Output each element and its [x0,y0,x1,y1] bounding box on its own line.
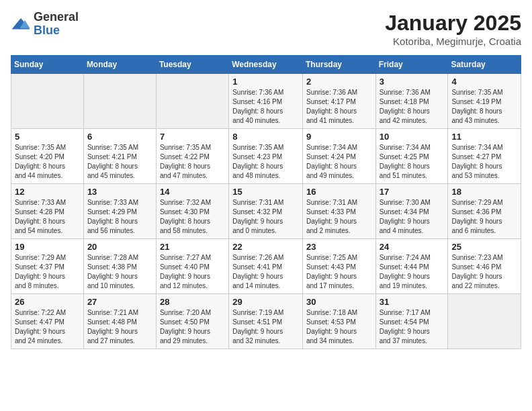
calendar-cell: 29Sunrise: 7:19 AM Sunset: 4:51 PM Dayli… [229,294,303,349]
day-info: Sunrise: 7:35 AM Sunset: 4:21 PM Dayligh… [87,143,152,181]
day-info: Sunrise: 7:29 AM Sunset: 4:37 PM Dayligh… [15,253,80,291]
day-info: Sunrise: 7:34 AM Sunset: 4:27 PM Dayligh… [451,143,517,181]
calendar-cell [156,74,228,129]
calendar-body: 1Sunrise: 7:36 AM Sunset: 4:16 PM Daylig… [11,74,521,349]
day-info: Sunrise: 7:29 AM Sunset: 4:36 PM Dayligh… [451,198,517,236]
calendar-table: SundayMondayTuesdayWednesdayThursdayFrid… [11,55,521,349]
calendar-cell: 25Sunrise: 7:23 AM Sunset: 4:46 PM Dayli… [448,239,521,294]
page-header: General Blue January 2025 Kotoriba, Megi… [11,11,521,47]
day-info: Sunrise: 7:25 AM Sunset: 4:43 PM Dayligh… [306,253,372,291]
day-number: 6 [87,132,152,142]
day-info: Sunrise: 7:19 AM Sunset: 4:51 PM Dayligh… [232,308,299,346]
day-info: Sunrise: 7:23 AM Sunset: 4:46 PM Dayligh… [451,253,517,291]
calendar-cell [11,74,84,129]
logo: General Blue [11,11,79,38]
week-row-2: 5Sunrise: 7:35 AM Sunset: 4:20 PM Daylig… [11,129,521,184]
day-number: 29 [232,297,299,307]
header-saturday: Saturday [448,56,521,74]
calendar-cell: 1Sunrise: 7:36 AM Sunset: 4:16 PM Daylig… [229,74,303,129]
calendar-cell: 17Sunrise: 7:30 AM Sunset: 4:34 PM Dayli… [375,184,448,239]
calendar-cell: 16Sunrise: 7:31 AM Sunset: 4:33 PM Dayli… [302,184,375,239]
header-friday: Friday [375,56,448,74]
title-block: January 2025 Kotoriba, Megimurje, Croati… [385,11,521,47]
calendar-cell: 28Sunrise: 7:20 AM Sunset: 4:50 PM Dayli… [156,294,228,349]
calendar-cell: 8Sunrise: 7:35 AM Sunset: 4:23 PM Daylig… [229,129,303,184]
calendar-cell: 2Sunrise: 7:36 AM Sunset: 4:17 PM Daylig… [302,74,375,129]
logo-icon [11,14,31,34]
day-info: Sunrise: 7:34 AM Sunset: 4:25 PM Dayligh… [380,143,445,181]
day-number: 7 [160,132,225,142]
day-number: 8 [232,132,299,142]
day-number: 30 [306,297,372,307]
day-number: 23 [306,242,372,252]
calendar-cell: 23Sunrise: 7:25 AM Sunset: 4:43 PM Dayli… [302,239,375,294]
calendar-header: SundayMondayTuesdayWednesdayThursdayFrid… [11,56,521,74]
header-row: SundayMondayTuesdayWednesdayThursdayFrid… [11,56,521,74]
day-info: Sunrise: 7:33 AM Sunset: 4:29 PM Dayligh… [87,198,152,236]
day-number: 3 [380,77,445,87]
day-info: Sunrise: 7:21 AM Sunset: 4:48 PM Dayligh… [87,308,152,346]
calendar-cell: 18Sunrise: 7:29 AM Sunset: 4:36 PM Dayli… [448,184,521,239]
calendar-cell: 13Sunrise: 7:33 AM Sunset: 4:29 PM Dayli… [83,184,156,239]
day-info: Sunrise: 7:35 AM Sunset: 4:20 PM Dayligh… [15,143,80,181]
calendar-cell: 9Sunrise: 7:34 AM Sunset: 4:24 PM Daylig… [302,129,375,184]
day-number: 13 [87,187,152,197]
calendar-cell: 3Sunrise: 7:36 AM Sunset: 4:18 PM Daylig… [375,74,448,129]
header-wednesday: Wednesday [229,56,303,74]
day-number: 21 [160,242,225,252]
day-number: 4 [451,77,517,87]
day-info: Sunrise: 7:35 AM Sunset: 4:22 PM Dayligh… [160,143,225,181]
day-number: 31 [380,297,445,307]
week-row-4: 19Sunrise: 7:29 AM Sunset: 4:37 PM Dayli… [11,239,521,294]
calendar-cell: 21Sunrise: 7:27 AM Sunset: 4:40 PM Dayli… [156,239,228,294]
day-number: 28 [160,297,225,307]
day-info: Sunrise: 7:20 AM Sunset: 4:50 PM Dayligh… [160,308,225,346]
day-info: Sunrise: 7:35 AM Sunset: 4:23 PM Dayligh… [232,143,299,181]
calendar-cell: 6Sunrise: 7:35 AM Sunset: 4:21 PM Daylig… [83,129,156,184]
week-row-5: 26Sunrise: 7:22 AM Sunset: 4:47 PM Dayli… [11,294,521,349]
day-number: 18 [451,187,517,197]
day-number: 24 [380,242,445,252]
calendar-cell: 11Sunrise: 7:34 AM Sunset: 4:27 PM Dayli… [448,129,521,184]
day-info: Sunrise: 7:33 AM Sunset: 4:28 PM Dayligh… [15,198,80,236]
day-number: 10 [380,132,445,142]
calendar-cell: 7Sunrise: 7:35 AM Sunset: 4:22 PM Daylig… [156,129,228,184]
day-info: Sunrise: 7:22 AM Sunset: 4:47 PM Dayligh… [15,308,80,346]
calendar-cell: 12Sunrise: 7:33 AM Sunset: 4:28 PM Dayli… [11,184,84,239]
day-info: Sunrise: 7:30 AM Sunset: 4:34 PM Dayligh… [380,198,445,236]
header-tuesday: Tuesday [156,56,228,74]
calendar-cell: 4Sunrise: 7:35 AM Sunset: 4:19 PM Daylig… [448,74,521,129]
day-number: 2 [306,77,372,87]
day-number: 17 [380,187,445,197]
logo-blue-text: Blue [34,24,79,38]
calendar-cell: 27Sunrise: 7:21 AM Sunset: 4:48 PM Dayli… [83,294,156,349]
day-number: 25 [451,242,517,252]
day-info: Sunrise: 7:36 AM Sunset: 4:16 PM Dayligh… [232,88,299,126]
day-number: 11 [451,132,517,142]
day-number: 14 [160,187,225,197]
calendar-title: January 2025 [385,11,521,36]
day-info: Sunrise: 7:31 AM Sunset: 4:33 PM Dayligh… [306,198,372,236]
header-monday: Monday [83,56,156,74]
week-row-1: 1Sunrise: 7:36 AM Sunset: 4:16 PM Daylig… [11,74,521,129]
day-info: Sunrise: 7:18 AM Sunset: 4:53 PM Dayligh… [306,308,372,346]
logo-general-text: General [34,11,79,24]
day-info: Sunrise: 7:35 AM Sunset: 4:19 PM Dayligh… [451,88,517,126]
day-info: Sunrise: 7:31 AM Sunset: 4:32 PM Dayligh… [232,198,299,236]
day-number: 20 [87,242,152,252]
calendar-cell: 20Sunrise: 7:28 AM Sunset: 4:38 PM Dayli… [83,239,156,294]
day-info: Sunrise: 7:28 AM Sunset: 4:38 PM Dayligh… [87,253,152,291]
calendar-cell: 5Sunrise: 7:35 AM Sunset: 4:20 PM Daylig… [11,129,84,184]
day-info: Sunrise: 7:36 AM Sunset: 4:17 PM Dayligh… [306,88,372,126]
day-info: Sunrise: 7:26 AM Sunset: 4:41 PM Dayligh… [232,253,299,291]
day-number: 5 [15,132,80,142]
day-number: 19 [15,242,80,252]
week-row-3: 12Sunrise: 7:33 AM Sunset: 4:28 PM Dayli… [11,184,521,239]
calendar-cell: 14Sunrise: 7:32 AM Sunset: 4:30 PM Dayli… [156,184,228,239]
day-number: 15 [232,187,299,197]
day-number: 27 [87,297,152,307]
calendar-cell: 24Sunrise: 7:24 AM Sunset: 4:44 PM Dayli… [375,239,448,294]
day-info: Sunrise: 7:17 AM Sunset: 4:54 PM Dayligh… [380,308,445,346]
calendar-cell: 10Sunrise: 7:34 AM Sunset: 4:25 PM Dayli… [375,129,448,184]
day-number: 12 [15,187,80,197]
